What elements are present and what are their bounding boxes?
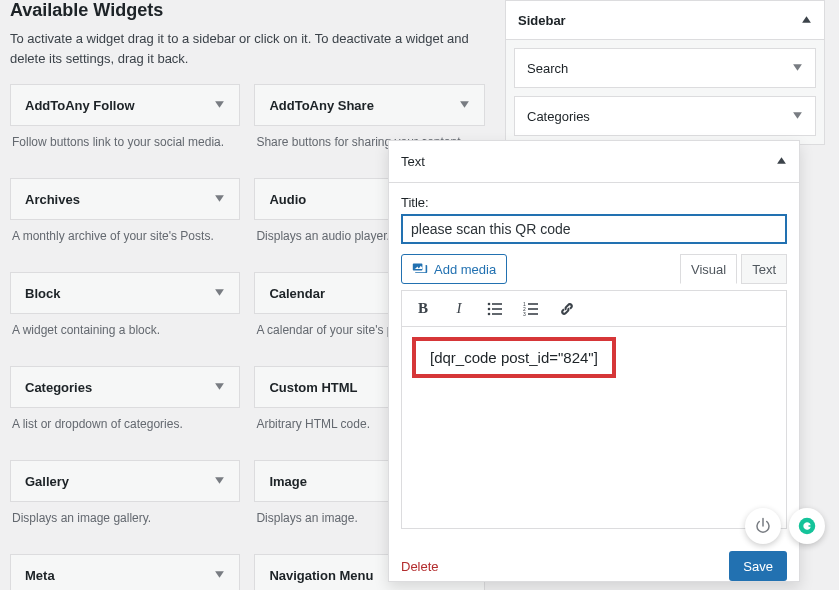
chevron-down-icon [214, 474, 225, 489]
available-widget-tile[interactable]: AddToAny Follow [10, 84, 240, 126]
svg-text:3: 3 [523, 311, 526, 317]
widget-tile-label: AddToAny Share [269, 98, 374, 113]
add-media-button[interactable]: Add media [401, 254, 507, 284]
available-widget-tile[interactable]: Gallery [10, 460, 240, 502]
editor-toolbar: B I 123 [401, 290, 787, 326]
caret-up-icon [776, 154, 787, 169]
tab-visual[interactable]: Visual [680, 254, 737, 284]
svg-marker-1 [460, 101, 469, 108]
chevron-down-icon [459, 98, 470, 113]
tab-text[interactable]: Text [741, 254, 787, 284]
svg-rect-19 [492, 308, 502, 310]
title-label: Title: [401, 195, 787, 210]
widget-tile-label: Meta [25, 568, 55, 583]
widget-tile-label: Block [25, 286, 60, 301]
widget-tile-label: Categories [25, 380, 92, 395]
sidebar-widget-label: Categories [527, 109, 590, 124]
available-widget-tile[interactable]: Block [10, 272, 240, 314]
widget-tile-label: Custom HTML [269, 380, 357, 395]
widget-tile-label: Gallery [25, 474, 69, 489]
italic-button[interactable]: I [448, 298, 470, 320]
available-widget-tile[interactable]: Categories [10, 366, 240, 408]
shortcode-text: [dqr_code post_id="824"] [412, 337, 616, 378]
available-widget-tile[interactable]: Archives [10, 178, 240, 220]
available-widget-tile[interactable]: AddToAny Share [254, 84, 484, 126]
svg-rect-21 [492, 313, 502, 315]
svg-marker-6 [215, 383, 224, 390]
chevron-down-icon [792, 109, 803, 124]
svg-marker-8 [215, 477, 224, 484]
add-media-label: Add media [434, 262, 496, 277]
widget-tile-label: AddToAny Follow [25, 98, 135, 113]
svg-marker-15 [777, 157, 786, 164]
chevron-down-icon [214, 192, 225, 207]
svg-rect-27 [528, 313, 538, 315]
svg-marker-0 [215, 101, 224, 108]
sidebar-widget-label: Search [527, 61, 568, 76]
svg-point-20 [488, 312, 491, 315]
svg-marker-14 [793, 112, 802, 119]
bold-button[interactable]: B [412, 298, 434, 320]
available-widget-tile[interactable]: Meta [10, 554, 240, 590]
link-button[interactable] [556, 298, 578, 320]
power-icon[interactable] [745, 508, 781, 544]
svg-rect-25 [528, 308, 538, 310]
svg-point-18 [488, 307, 491, 310]
chevron-down-icon [214, 568, 225, 583]
save-button[interactable]: Save [729, 551, 787, 581]
delete-link[interactable]: Delete [401, 559, 439, 574]
widget-tile-label: Archives [25, 192, 80, 207]
svg-marker-12 [802, 16, 811, 23]
widget-tile-description: Follow buttons link to your social media… [12, 134, 238, 164]
bullet-list-button[interactable] [484, 298, 506, 320]
text-widget-editor-header[interactable]: Text [389, 141, 799, 183]
editor-header-title: Text [401, 154, 425, 169]
svg-marker-4 [215, 289, 224, 296]
available-widgets-description: To activate a widget drag it to a sideba… [10, 29, 490, 68]
widget-content-editor[interactable]: [dqr_code post_id="824"] [401, 326, 787, 529]
text-widget-editor-panel: Text Title: Add media Visual Text B I [388, 140, 800, 582]
numbered-list-button[interactable]: 123 [520, 298, 542, 320]
sidebar-widget-item[interactable]: Search [514, 48, 816, 88]
widget-tile-label: Navigation Menu [269, 568, 373, 583]
svg-marker-2 [215, 195, 224, 202]
chevron-down-icon [792, 61, 803, 76]
widget-tile-description: A monthly archive of your site's Posts. [12, 228, 238, 258]
chevron-down-icon [214, 98, 225, 113]
widget-tile-description: Displays an image gallery. [12, 510, 238, 540]
widget-tile-description: A list or dropdown of categories. [12, 416, 238, 446]
caret-up-icon [801, 13, 812, 28]
widget-tile-label: Image [269, 474, 307, 489]
svg-point-16 [488, 302, 491, 305]
widget-title-input[interactable] [401, 214, 787, 244]
available-widgets-title: Available Widgets [10, 0, 490, 21]
svg-rect-23 [528, 303, 538, 305]
grammarly-icon[interactable] [789, 508, 825, 544]
widget-tile-description: A widget containing a block. [12, 322, 238, 352]
sidebar-widget-item[interactable]: Categories [514, 96, 816, 136]
media-icon [412, 261, 428, 277]
sidebar-area-header[interactable]: Sidebar [505, 0, 825, 40]
svg-marker-13 [793, 64, 802, 71]
svg-marker-10 [215, 571, 224, 578]
chevron-down-icon [214, 286, 225, 301]
sidebar-area-title: Sidebar [518, 13, 566, 28]
widget-tile-label: Calendar [269, 286, 325, 301]
svg-rect-17 [492, 303, 502, 305]
widget-tile-label: Audio [269, 192, 306, 207]
chevron-down-icon [214, 380, 225, 395]
